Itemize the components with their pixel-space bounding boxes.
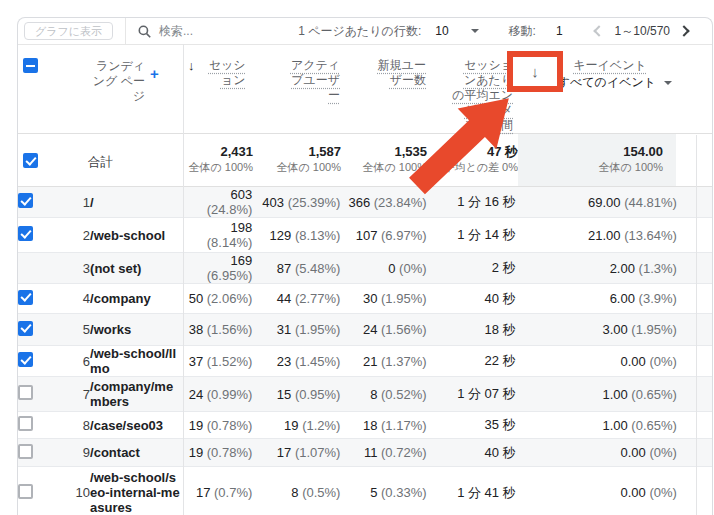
row-number: 7 xyxy=(58,377,90,412)
table-row[interactable]: 9 /contact 19 (0.78%) 17 (1.07%) 11 (0.7… xyxy=(18,439,712,467)
avg-engagement-cell: 1 分 07 秒 xyxy=(427,377,516,412)
avg-engagement-cell: 35 秒 xyxy=(427,412,516,439)
landing-page-path: /works xyxy=(90,314,183,346)
active-users-cell: 129 (8.13%) xyxy=(252,218,340,253)
hover-sort-arrow-icon[interactable]: ↓ xyxy=(531,63,539,80)
active-users-cell: 17 (1.07%) xyxy=(252,439,340,467)
search-icon xyxy=(138,25,151,38)
pagination-controls: 1 ページあたりの行数: 10 移動: 1 1～10/570 xyxy=(298,23,688,40)
sessions-cell: 603 (24.8%) xyxy=(183,187,252,218)
landing-page-path: /case/seo03 xyxy=(90,412,183,439)
table-row[interactable]: 8 /case/seo03 19 (0.78%) 19 (1.2%) 18 (1… xyxy=(18,412,712,439)
row-checkbox[interactable] xyxy=(18,416,33,431)
active-users-cell: 31 (1.95%) xyxy=(252,314,340,346)
prev-page-icon[interactable] xyxy=(593,25,604,36)
next-page-icon[interactable] xyxy=(678,25,689,36)
landing-page-path: /company xyxy=(90,284,183,314)
totals-avg-engagement: 47 秒平均との差 0% xyxy=(444,144,518,175)
key-events-cell: 1.00 (0.65%) xyxy=(516,412,677,439)
add-dimension-icon[interactable]: + xyxy=(150,66,159,81)
table-row[interactable]: 7 /company/members 24 (0.99%) 15 (0.95%)… xyxy=(18,377,712,412)
select-all-checkbox[interactable] xyxy=(23,58,38,73)
active-users-cell: 8 (0.5%) xyxy=(252,467,340,515)
new-users-cell: 0 (0%) xyxy=(340,253,426,284)
landing-page-path: /company/members xyxy=(90,377,183,412)
show-in-chart-button[interactable]: グラフに表示 xyxy=(24,22,113,40)
key-events-cell: 6.00 (3.9%) xyxy=(516,284,677,314)
analytics-table-screen: グラフに表示 検索... 1 ページあたりの行数: 10 移動: 1 1～10/… xyxy=(0,0,714,515)
sessions-cell: 19 (0.78%) xyxy=(183,412,252,439)
dropdown-caret-icon xyxy=(664,81,672,85)
active-users-cell: 15 (0.95%) xyxy=(252,377,340,412)
sessions-cell: 17 (0.7%) xyxy=(183,467,252,515)
sessions-cell: 37 (1.52%) xyxy=(183,346,252,377)
new-users-cell: 21 (1.37%) xyxy=(340,346,426,377)
row-checkbox[interactable] xyxy=(18,321,33,336)
goto-page-label: 移動: xyxy=(509,23,536,40)
search-placeholder: 検索... xyxy=(159,23,193,40)
search-input[interactable]: 検索... xyxy=(138,23,193,40)
table-row[interactable]: 5 /works 38 (1.56%) 31 (1.95%) 24 (1.56%… xyxy=(18,314,712,346)
landing-page-path: (not set) xyxy=(90,253,183,284)
rows-per-page-value[interactable]: 10 xyxy=(435,24,448,38)
new-users-cell: 5 (0.33%) xyxy=(340,467,426,515)
totals-active-users: 1,587全体の 100% xyxy=(277,144,341,175)
row-number: 5 xyxy=(58,314,90,346)
key-events-cell: 0.00 (0%) xyxy=(516,467,677,515)
column-header-landing-page[interactable]: ランディング ページ + xyxy=(85,59,159,104)
table-row[interactable]: 2 /web-school 198 (8.14%) 129 (8.13%) 10… xyxy=(18,218,712,253)
key-events-cell: 69.00 (44.81%) xyxy=(516,187,677,218)
row-number: 10 xyxy=(58,467,90,515)
annotation-highlight-box: ↓ xyxy=(507,51,563,92)
active-users-cell: 87 (5.48%) xyxy=(252,253,340,284)
report-table-card: グラフに表示 検索... 1 ページあたりの行数: 10 移動: 1 1～10/… xyxy=(17,17,713,515)
row-checkbox[interactable] xyxy=(18,385,33,400)
row-checkbox[interactable] xyxy=(18,352,33,367)
new-users-cell: 107 (6.97%) xyxy=(340,218,426,253)
row-number: 1 xyxy=(58,187,90,218)
avg-engagement-cell: 2 秒 xyxy=(427,253,516,284)
totals-new-users: 1,535全体の 100% xyxy=(363,144,427,175)
row-checkbox[interactable] xyxy=(18,193,33,208)
row-checkbox[interactable] xyxy=(18,484,33,499)
row-number: 3 xyxy=(58,253,90,284)
sessions-cell: 19 (0.78%) xyxy=(183,439,252,467)
row-checkbox[interactable] xyxy=(18,290,33,305)
sessions-cell: 198 (8.14%) xyxy=(183,218,252,253)
avg-engagement-cell: 1 分 14 秒 xyxy=(427,218,516,253)
table-row[interactable]: 3 (not set) 169 (6.95%) 87 (5.48%) 0 (0%… xyxy=(18,253,712,284)
table-toolbar: グラフに表示 検索... 1 ページあたりの行数: 10 移動: 1 1～10/… xyxy=(18,18,712,45)
totals-row: 合計 2,431全体の 100% 1,587全体の 100% 1,535全体の … xyxy=(18,134,712,187)
key-events-filter-dropdown[interactable]: すべてのイベント xyxy=(548,75,672,90)
key-events-cell: 3.00 (1.95%) xyxy=(516,314,677,346)
column-header-new-users[interactable]: 新規ユーザー数 xyxy=(366,58,426,88)
new-users-cell: 30 (1.95%) xyxy=(340,284,426,314)
rows-per-page-label: 1 ページあたりの行数: xyxy=(298,23,421,40)
table-row[interactable]: 1 / 603 (24.8%) 403 (25.39%) 366 (23.84%… xyxy=(18,187,712,218)
row-checkbox[interactable] xyxy=(18,444,33,459)
column-header-active-users[interactable]: アクティブユーザー xyxy=(280,58,340,103)
column-header-sessions[interactable]: ↓ セッション xyxy=(188,58,246,88)
active-users-cell: 19 (1.2%) xyxy=(252,412,340,439)
landing-page-path: /web-school/seo-internal-measures xyxy=(90,467,183,515)
rows-per-page-caret-icon[interactable] xyxy=(471,29,479,33)
avg-engagement-cell: 40 秒 xyxy=(427,439,516,467)
totals-key-events: 154.00全体の 100% xyxy=(599,144,663,175)
landing-page-path: /web-school/llmo xyxy=(90,346,183,377)
column-header-avg-engagement[interactable]: セッションあたりの平均エンゲージメント時間 xyxy=(452,58,513,133)
landing-page-path: / xyxy=(90,187,183,218)
row-checkbox[interactable] xyxy=(18,226,33,241)
column-header-key-events[interactable]: キーイベント すべてのイベント xyxy=(548,58,672,90)
table-row[interactable]: 10 /web-school/seo-internal-measures 17 … xyxy=(18,467,712,515)
pagination-range: 1～10/570 xyxy=(615,23,670,40)
row-number: 2 xyxy=(58,218,90,253)
goto-page-value[interactable]: 1 xyxy=(556,24,563,38)
totals-checkbox[interactable] xyxy=(23,153,38,168)
table-row[interactable]: 4 /company 50 (2.06%) 44 (2.77%) 30 (1.9… xyxy=(18,284,712,314)
totals-sessions: 2,431全体の 100% xyxy=(189,144,253,175)
table-row[interactable]: 6 /web-school/llmo 37 (1.52%) 23 (1.45%)… xyxy=(18,346,712,377)
active-users-cell: 403 (25.39%) xyxy=(252,187,340,218)
key-events-cell: 1.00 (0.65%) xyxy=(516,377,677,412)
new-users-cell: 11 (0.72%) xyxy=(340,439,426,467)
avg-engagement-cell: 40 秒 xyxy=(427,284,516,314)
